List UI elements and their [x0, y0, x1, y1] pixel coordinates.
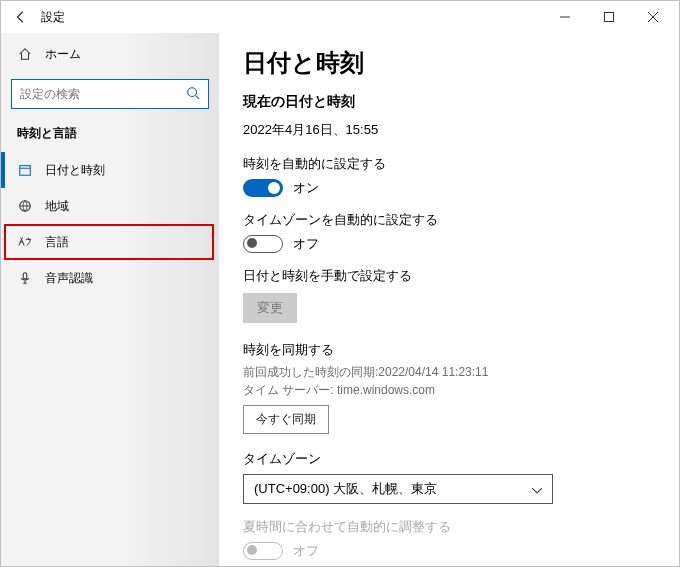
sync-now-button[interactable]: 今すぐ同期 [243, 405, 329, 434]
auto-tz-toggle[interactable] [243, 235, 283, 253]
svg-point-2 [188, 87, 197, 96]
sidebar-item-datetime[interactable]: 日付と時刻 [1, 152, 219, 188]
home-label: ホーム [45, 46, 81, 63]
auto-tz-label: タイムゾーンを自動的に設定する [243, 211, 655, 229]
dst-toggle [243, 542, 283, 560]
auto-tz-state: オフ [293, 235, 319, 253]
sidebar-item-label: 言語 [45, 234, 69, 251]
search-field[interactable] [20, 87, 186, 101]
home-icon [17, 47, 33, 61]
window-controls [543, 3, 675, 31]
sidebar-item-label: 音声認識 [45, 270, 93, 287]
change-button: 変更 [243, 293, 297, 323]
sync-server: タイム サーバー: time.windows.com [243, 381, 655, 399]
minimize-button[interactable] [543, 3, 587, 31]
sync-heading: 時刻を同期する [243, 341, 655, 359]
window-title: 設定 [41, 9, 65, 26]
title-bar: 設定 [1, 1, 679, 33]
sidebar-item-speech[interactable]: 音声認識 [1, 260, 219, 296]
maximize-button[interactable] [587, 3, 631, 31]
home-nav[interactable]: ホーム [1, 37, 219, 71]
search-icon [186, 86, 200, 103]
search-input[interactable] [11, 79, 209, 109]
chevron-down-icon [532, 482, 542, 497]
globe-icon [17, 199, 33, 213]
sidebar-item-language[interactable]: 言語 [4, 224, 214, 260]
svg-rect-4 [20, 166, 31, 176]
timezone-label: タイムゾーン [243, 450, 655, 468]
sidebar-section-header: 時刻と言語 [1, 119, 219, 152]
auto-time-label: 時刻を自動的に設定する [243, 155, 655, 173]
svg-rect-1 [605, 13, 614, 22]
sidebar-item-label: 地域 [45, 198, 69, 215]
back-button[interactable] [9, 5, 33, 29]
current-datetime-value: 2022年4月16日、15:55 [243, 121, 655, 139]
main-content: 日付と時刻 現在の日付と時刻 2022年4月16日、15:55 時刻を自動的に設… [219, 33, 679, 566]
page-title: 日付と時刻 [243, 47, 655, 79]
sync-last-success: 前回成功した時刻の同期:2022/04/14 11:23:11 [243, 363, 655, 381]
auto-time-state: オン [293, 179, 319, 197]
svg-rect-7 [23, 273, 27, 279]
current-datetime-heading: 現在の日付と時刻 [243, 93, 655, 111]
sidebar-item-region[interactable]: 地域 [1, 188, 219, 224]
timezone-combo[interactable]: (UTC+09:00) 大阪、札幌、東京 [243, 474, 553, 504]
svg-line-3 [196, 95, 200, 99]
close-button[interactable] [631, 3, 675, 31]
sidebar-item-label: 日付と時刻 [45, 162, 105, 179]
manual-set-label: 日付と時刻を手動で設定する [243, 267, 655, 285]
microphone-icon [17, 271, 33, 285]
timezone-value: (UTC+09:00) 大阪、札幌、東京 [254, 480, 437, 498]
dst-label: 夏時間に合わせて自動的に調整する [243, 518, 655, 536]
language-icon [17, 235, 33, 249]
dst-state: オフ [293, 542, 319, 560]
sidebar: ホーム 時刻と言語 日付と時刻 地域 言語 音声認識 [1, 33, 219, 566]
datetime-icon [17, 163, 33, 177]
auto-time-toggle[interactable] [243, 179, 283, 197]
